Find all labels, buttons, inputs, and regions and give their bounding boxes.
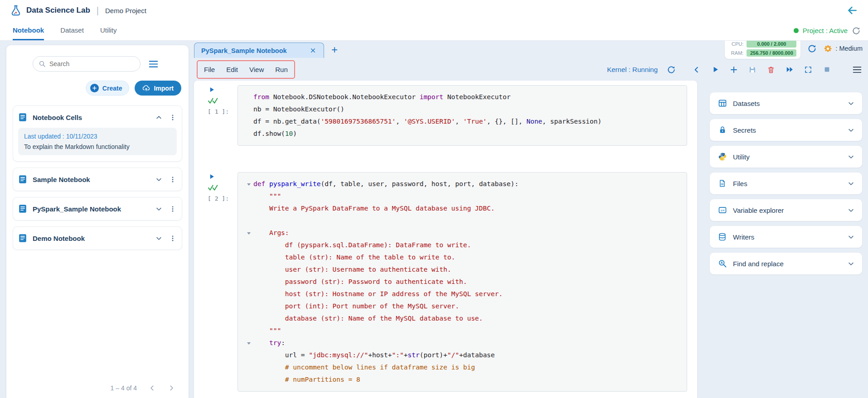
app-logo-icon [10,5,22,16]
sidebar: Create Import Notebook CellsLast updated… [6,45,189,398]
panel-secrets[interactable]: Secrets [710,119,862,141]
search-box[interactable] [33,56,141,72]
code-line: host (str): Hostname or IP address of th… [244,288,680,300]
resource-usage-card: CPU: 0.000 / 2.000 RAM: 256.750 / 8000.0… [725,38,800,59]
chevron-down-icon[interactable] [848,180,854,187]
kernel-refresh-icon[interactable] [667,65,676,74]
fold-gutter [244,325,253,337]
instance-size-chip[interactable]: : Medium [824,44,863,53]
kebab-menu-icon[interactable] [168,113,177,122]
notebook-card: PySpark_Sample Notebook [13,197,182,221]
notebook-description: To explain the Markdown functionality [24,143,171,150]
notebook-card-header[interactable]: Notebook Cells [18,108,177,126]
fold-marker-icon[interactable] [244,337,253,349]
notebook-name: Notebook Cells [33,114,150,121]
create-button[interactable]: Create [86,81,130,96]
panel-variable-explorer[interactable]: x=Variable explorer [710,199,862,221]
kebab-menu-icon[interactable] [168,204,177,214]
notebook-icon [18,204,28,214]
delete-cell-icon[interactable] [766,65,776,74]
toolbar-menu-icon[interactable] [853,65,862,74]
resource-bar: CPU: 0.000 / 2.000 RAM: 256.750 / 8000.0… [725,38,863,59]
run-cell-button[interactable] [209,86,215,93]
code-line: try: [244,337,680,349]
navigate-back-icon[interactable] [692,65,701,74]
chevron-down-icon[interactable] [848,153,854,160]
project-name: Demo Project [105,7,146,14]
search-input[interactable] [49,60,135,67]
tab-close-icon[interactable] [309,47,317,54]
save-icon[interactable] [748,65,757,74]
panel-writers[interactable]: Writers [710,226,862,248]
panel-label: Files [733,180,842,187]
panel-utility[interactable]: Utility [710,146,862,168]
notebook-card-header[interactable]: Demo Notebook [18,229,177,247]
fold-marker-icon[interactable] [244,227,253,239]
chevron-down-icon[interactable] [848,100,854,107]
run-all-icon[interactable] [785,65,794,74]
project-refresh-icon[interactable] [852,26,861,35]
menu-item-view[interactable]: View [249,66,264,73]
code-editor[interactable]: from Notebook.DSNotebook.NotebookExecuto… [238,85,687,146]
nav-tab-notebook[interactable]: Notebook [13,21,44,40]
chevron-down-icon[interactable] [155,234,163,243]
menu-item-run[interactable]: Run [275,66,288,73]
panel-files[interactable]: Files [710,173,862,194]
chevron-down-icon[interactable] [848,234,854,240]
pagination-next-icon[interactable] [168,384,175,392]
run-cell-icon[interactable] [711,65,720,74]
pagination-label: 1 – 4 of 4 [111,384,137,392]
execution-success-icon [208,184,219,191]
chevron-down-icon[interactable] [155,175,163,184]
nav-tab-utility[interactable]: Utility [100,21,117,40]
panel-label: Secrets [733,126,842,134]
fullscreen-icon[interactable] [804,65,813,74]
run-cell-button[interactable] [209,173,215,180]
fold-gutter [244,103,253,115]
fold-gutter [244,239,253,251]
chevron-up-icon[interactable] [155,113,163,122]
import-button-label: Import [154,85,174,92]
code-line: nb = NotebookExecutor() [244,103,680,115]
kebab-menu-icon[interactable] [168,234,177,243]
notebook-card: Demo Notebook [13,226,182,250]
code-editor[interactable]: def pyspark_write(df, table, user, passw… [238,172,687,392]
notebook-card-header[interactable]: PySpark_Sample Notebook [18,200,177,218]
cpu-label: CPU: [729,41,743,47]
kebab-menu-icon[interactable] [168,175,177,184]
notebook-toolbar: FileEditViewRun Kernel : Running [194,59,862,80]
panel-label: Writers [733,233,842,241]
panel-label: Variable explorer [733,206,842,214]
code-line: table (str): Name of the table to write … [244,251,680,264]
execution-success-icon [208,97,219,104]
import-button[interactable]: Import [135,81,181,96]
pagination-prev-icon[interactable] [149,384,156,392]
back-arrow-icon[interactable] [846,5,858,16]
code-line: url = "jdbc:mysql://"+host+":"+str(port)… [244,349,680,361]
fold-gutter [244,349,253,361]
chevron-down-icon[interactable] [848,127,854,134]
chevron-down-icon[interactable] [848,207,854,214]
menu-item-file[interactable]: File [204,66,215,73]
sidebar-menu-icon[interactable] [149,60,158,68]
stop-kernel-icon[interactable] [822,65,831,74]
fold-gutter [244,202,253,215]
notebook-card: Notebook CellsLast updated : 10/11/2023T… [13,105,182,162]
chevron-down-icon[interactable] [155,205,163,213]
notebook-card-header[interactable]: Sample Notebook [18,170,177,188]
project-status: Project : Active [803,27,848,34]
menu-item-edit[interactable]: Edit [226,66,238,73]
notebook-tab[interactable]: PySpark_Sample Notebook [194,43,324,58]
add-cell-icon[interactable] [729,65,738,74]
nav-tab-dataset[interactable]: Dataset [60,21,84,40]
project-status-dot [794,28,799,33]
notebook-card: Sample Notebook [13,168,182,191]
panel-datasets[interactable]: Datasets [710,92,862,114]
panel-find-and-replace[interactable]: Find and replace [710,253,862,274]
chevron-down-icon[interactable] [848,260,854,267]
fold-gutter [244,374,253,386]
fold-marker-icon[interactable] [244,178,253,190]
app-header: Data Science Lab | Demo Project [0,0,868,21]
resources-refresh-icon[interactable] [807,44,817,53]
add-tab-button[interactable]: + [331,44,338,58]
